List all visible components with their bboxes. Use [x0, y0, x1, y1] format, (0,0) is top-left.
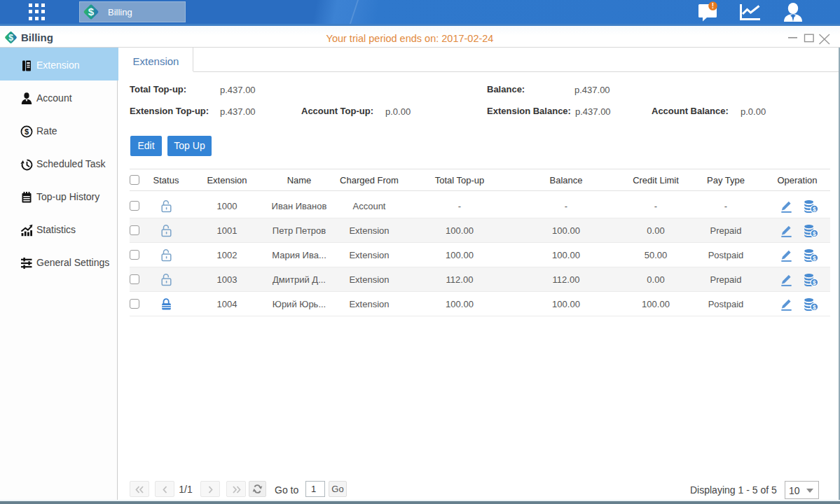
svg-text:$: $	[813, 303, 816, 310]
svg-text:!: !	[712, 2, 714, 10]
svg-text:$: $	[88, 6, 95, 18]
svg-text:$: $	[813, 279, 816, 286]
svg-text:$: $	[25, 127, 29, 136]
svg-text:$: $	[813, 205, 816, 212]
svg-text:$: $	[813, 230, 816, 237]
svg-text:$: $	[813, 254, 816, 261]
